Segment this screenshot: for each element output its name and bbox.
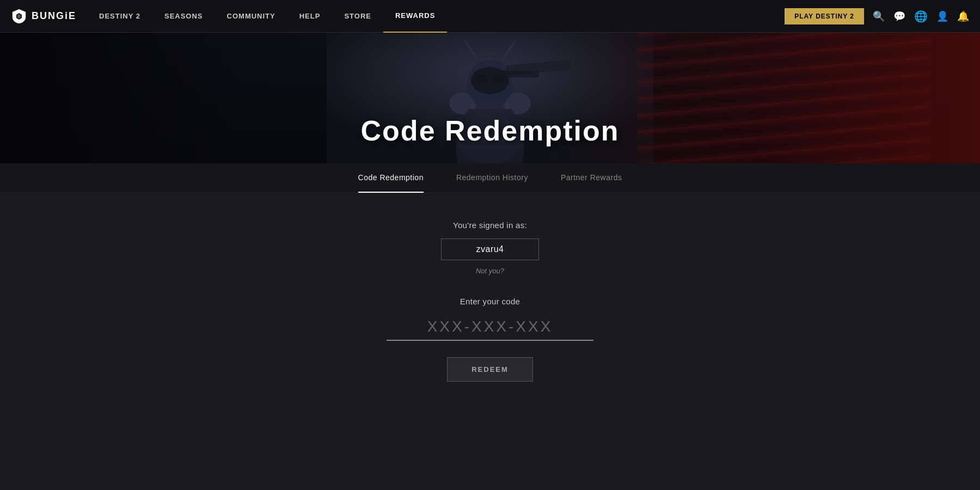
hero-red-tendrils	[637, 33, 931, 163]
username-display: zvaru4	[441, 238, 539, 260]
chat-icon[interactable]: 💬	[893, 10, 905, 22]
main-content: You're signed in as: zvaru4 Not you? Ent…	[0, 193, 980, 490]
enter-code-label: Enter your code	[460, 297, 520, 306]
nav-link-help[interactable]: HELP	[287, 0, 333, 33]
hero-section: Code Redemption	[0, 33, 980, 163]
main-navigation: BUNGiE DESTINY 2 SEASONS COMMUNITY HELP …	[0, 0, 980, 33]
globe-icon[interactable]: 🌐	[914, 10, 928, 23]
signed-in-label: You're signed in as:	[453, 220, 527, 230]
notification-bell-icon[interactable]: 🔔	[957, 10, 969, 22]
hero-left-overlay	[0, 33, 245, 163]
search-icon[interactable]: 🔍	[873, 10, 885, 22]
sub-navigation: Code Redemption Redemption History Partn…	[0, 163, 980, 193]
bungie-shield-icon	[11, 8, 27, 24]
nav-link-seasons[interactable]: SEASONS	[152, 0, 215, 33]
nav-links-container: DESTINY 2 SEASONS COMMUNITY HELP STORE R…	[87, 0, 774, 33]
code-input-wrapper	[387, 314, 593, 341]
nav-link-store[interactable]: STORE	[332, 0, 383, 33]
svg-rect-10	[495, 71, 539, 77]
nav-link-destiny2[interactable]: DESTINY 2	[87, 0, 152, 33]
sub-nav-partner-rewards[interactable]: Partner Rewards	[561, 163, 622, 193]
nav-right-controls: PLAY DESTINY 2 🔍 💬 🌐 👤 🔔	[774, 8, 980, 24]
user-icon[interactable]: 👤	[936, 10, 948, 22]
nav-link-rewards[interactable]: REWARDS	[383, 0, 447, 33]
sub-nav-code-redemption[interactable]: Code Redemption	[358, 163, 424, 193]
sub-nav-redemption-history[interactable]: Redemption History	[456, 163, 528, 193]
svg-point-7	[476, 75, 487, 83]
play-destiny-button[interactable]: PLAY DESTINY 2	[785, 8, 864, 24]
bungie-logo-text: BUNGiE	[32, 10, 76, 22]
nav-link-community[interactable]: COMMUNITY	[215, 0, 287, 33]
logo[interactable]: BUNGiE	[0, 8, 87, 24]
not-you-link[interactable]: Not you?	[476, 267, 504, 275]
code-input[interactable]	[387, 314, 593, 340]
hero-title: Code Redemption	[361, 114, 620, 147]
redeem-button[interactable]: REDEEM	[447, 357, 533, 382]
